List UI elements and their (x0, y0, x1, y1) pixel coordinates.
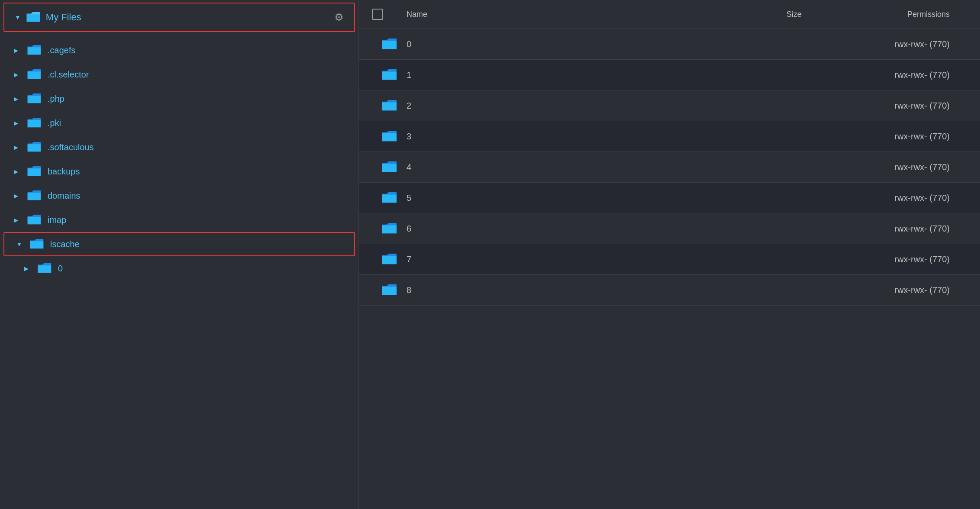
folder-icon (381, 191, 397, 204)
sidebar-item-label: .cl.selector (48, 70, 89, 80)
row-name: 4 (407, 162, 751, 172)
sidebar-item-cl-selector[interactable]: ▶ .cl.selector (0, 62, 359, 87)
my-files-folder-icon (26, 11, 41, 23)
row-permissions: rwx-rwx- (770) (837, 224, 967, 234)
row-name: 1 (407, 70, 751, 80)
expand-arrow-icon: ▼ (16, 241, 23, 248)
table-row[interactable]: 1 rwx-rwx- (770) (359, 60, 980, 90)
folder-icon (27, 44, 42, 56)
row-name: 3 (407, 132, 751, 142)
row-name: 0 (407, 39, 751, 49)
my-files-label: My Files (46, 12, 81, 23)
select-all-checkbox[interactable] (372, 9, 383, 20)
sidebar-item-label: .pki (48, 118, 61, 128)
folder-icon (381, 130, 397, 143)
expand-arrow-icon: ▶ (14, 217, 21, 223)
select-all-checkbox-container[interactable] (372, 9, 407, 20)
sidebar-item-label: domains (48, 191, 80, 201)
row-folder-icon (372, 161, 407, 174)
sidebar-item-lscache[interactable]: ▼ lscache (3, 232, 355, 256)
row-permissions: rwx-rwx- (770) (837, 285, 967, 295)
row-name: 2 (407, 101, 751, 111)
folder-icon (37, 262, 52, 274)
sidebar-item-label: 0 (58, 264, 63, 274)
row-name: 5 (407, 193, 751, 203)
expand-arrow-icon: ▶ (14, 96, 21, 102)
expand-arrow-icon: ▶ (14, 47, 21, 54)
sidebar-item-backups[interactable]: ▶ backups (0, 159, 359, 184)
sidebar-item-php[interactable]: ▶ .php (0, 87, 359, 111)
folder-icon (381, 161, 397, 174)
row-folder-icon (372, 38, 407, 51)
row-name: 8 (407, 285, 751, 295)
folder-icon (381, 253, 397, 266)
table-row[interactable]: 6 rwx-rwx- (770) (359, 213, 980, 244)
table-header: Name Size Permissions (359, 0, 980, 29)
folder-icon (381, 283, 397, 296)
my-files-header[interactable]: ▼ My Files ⚙ (3, 3, 355, 32)
expand-arrow-icon: ▶ (14, 168, 21, 175)
folder-icon (27, 165, 42, 177)
row-permissions: rwx-rwx- (770) (837, 254, 967, 264)
folder-icon (381, 222, 397, 235)
table-row[interactable]: 0 rwx-rwx- (770) (359, 29, 980, 60)
folder-icon (29, 238, 44, 250)
right-panel: Name Size Permissions 0 rwx-rwx- (770) (359, 0, 980, 509)
row-folder-icon (372, 191, 407, 204)
folder-icon (27, 68, 42, 81)
tree-list: ▶ .cagefs ▶ .cl.selector ▶ .php (0, 35, 359, 509)
sidebar-item-label: lscache (50, 239, 80, 249)
expand-arrow-icon: ▶ (14, 193, 21, 199)
expand-arrow-icon: ▶ (14, 120, 21, 126)
row-folder-icon (372, 130, 407, 143)
sidebar-item-lscache-0[interactable]: ▶ 0 (0, 256, 359, 280)
sidebar-item-label: .php (48, 94, 64, 104)
folder-icon (381, 68, 397, 81)
row-folder-icon (372, 253, 407, 266)
my-files-header-left: ▼ My Files (15, 11, 81, 23)
sidebar-item-softaculous[interactable]: ▶ .softaculous (0, 135, 359, 159)
column-header-permissions: Permissions (837, 10, 967, 19)
settings-icon[interactable]: ⚙ (334, 11, 344, 23)
sidebar-item-label: .softaculous (48, 142, 94, 152)
folder-icon (27, 93, 42, 105)
folder-icon (27, 141, 42, 153)
row-permissions: rwx-rwx- (770) (837, 132, 967, 142)
row-permissions: rwx-rwx- (770) (837, 70, 967, 80)
row-folder-icon (372, 283, 407, 296)
column-header-size: Size (751, 10, 837, 19)
table-row[interactable]: 7 rwx-rwx- (770) (359, 244, 980, 275)
sidebar-item-label: backups (48, 167, 80, 177)
row-permissions: rwx-rwx- (770) (837, 39, 967, 49)
column-header-name: Name (407, 10, 751, 19)
expand-arrow-icon: ▶ (14, 71, 21, 78)
expand-arrow-icon: ▶ (14, 144, 21, 151)
folder-icon (381, 99, 397, 112)
table-row[interactable]: 4 rwx-rwx- (770) (359, 152, 980, 183)
row-name: 6 (407, 224, 751, 234)
sidebar-item-pki[interactable]: ▶ .pki (0, 111, 359, 135)
folder-icon (27, 190, 42, 202)
row-folder-icon (372, 68, 407, 81)
row-permissions: rwx-rwx- (770) (837, 193, 967, 203)
row-permissions: rwx-rwx- (770) (837, 162, 967, 172)
left-panel: ▼ My Files ⚙ ▶ .cagefs ▶ .cl (0, 0, 359, 509)
table-row[interactable]: 5 rwx-rwx- (770) (359, 183, 980, 213)
table-row[interactable]: 3 rwx-rwx- (770) (359, 121, 980, 152)
sidebar-item-label: .cagefs (48, 45, 75, 55)
folder-icon (27, 214, 42, 226)
table-body: 0 rwx-rwx- (770) 1 rwx-rwx- (770) (359, 29, 980, 509)
folder-icon (381, 38, 397, 51)
sidebar-item-label: imap (48, 215, 66, 225)
row-name: 7 (407, 254, 751, 264)
folder-icon (27, 117, 42, 129)
table-row[interactable]: 2 rwx-rwx- (770) (359, 90, 980, 121)
row-permissions: rwx-rwx- (770) (837, 101, 967, 111)
table-row[interactable]: 8 rwx-rwx- (770) (359, 275, 980, 306)
sidebar-item-cagefs[interactable]: ▶ .cagefs (0, 38, 359, 62)
row-folder-icon (372, 222, 407, 235)
sidebar-item-imap[interactable]: ▶ imap (0, 208, 359, 232)
chevron-down-icon: ▼ (15, 14, 21, 21)
sidebar-item-domains[interactable]: ▶ domains (0, 184, 359, 208)
expand-arrow-icon: ▶ (24, 265, 31, 272)
